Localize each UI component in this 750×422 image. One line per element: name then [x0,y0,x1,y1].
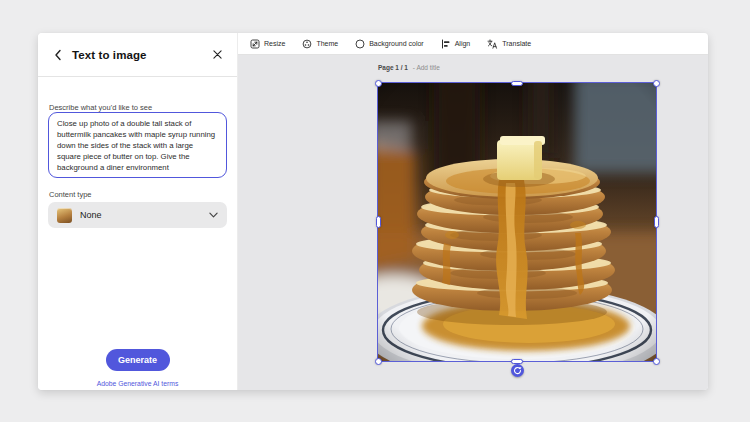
close-icon [213,50,222,59]
prompt-label: Describe what you'd like to see [49,103,152,112]
resize-handle-bottom-right[interactable] [653,358,660,365]
resize-handle-right[interactable] [654,216,659,228]
panel-title: Text to image [72,49,210,61]
toolbar-background-color-label: Background color [369,40,423,47]
editor-area: Resize Theme Background color [237,33,708,390]
resize-handle-bottom-left[interactable] [375,358,382,365]
toolbar-align-label: Align [455,40,471,47]
rotate-icon [513,366,522,375]
resize-icon [250,39,260,49]
prompt-input[interactable]: Close up photo of a double tall stack of… [48,112,227,178]
background-color-icon [355,39,365,49]
resize-handle-top[interactable] [511,81,523,86]
panel-header: Text to image [38,33,237,77]
content-type-dropdown[interactable]: None [48,202,227,228]
text-to-image-panel: Text to image Describe what you'd like t… [38,33,237,390]
back-button[interactable] [51,48,65,62]
generative-ai-terms-link[interactable]: Adobe Generative AI terms [38,380,237,387]
theme-icon [302,39,312,49]
translate-icon [487,39,498,49]
toolbar-background-color[interactable]: Background color [355,39,423,49]
chevron-down-icon [209,212,218,218]
document-toolbar: Resize Theme Background color [238,33,708,55]
page-number: Page 1 / 1 [378,64,408,71]
add-title-button[interactable]: - Add title [413,64,440,71]
toolbar-theme[interactable]: Theme [302,39,338,49]
toolbar-align[interactable]: Align [441,39,471,49]
content-type-value: None [80,210,209,220]
toolbar-theme-label: Theme [316,40,338,47]
app-background: Text to image Describe what you'd like t… [0,0,750,422]
resize-handle-left[interactable] [376,216,381,228]
toolbar-translate-label: Translate [502,40,531,47]
generate-button[interactable]: Generate [106,349,170,371]
selected-generated-image[interactable] [378,83,656,361]
pancake-image [378,83,656,361]
resize-handle-top-right[interactable] [653,80,660,87]
rotate-handle[interactable] [511,364,524,377]
chevron-left-icon [54,49,62,61]
align-icon [441,39,451,49]
close-button[interactable] [210,48,224,62]
resize-handle-top-left[interactable] [375,80,382,87]
content-type-thumbnail-icon [57,208,72,223]
toolbar-translate[interactable]: Translate [487,39,531,49]
toolbar-resize-label: Resize [264,40,285,47]
canvas-area: Page 1 / 1 - Add title [238,55,708,390]
app-window: Text to image Describe what you'd like t… [38,33,708,390]
page-label: Page 1 / 1 - Add title [378,64,440,71]
resize-handle-bottom[interactable] [511,359,523,364]
content-type-label: Content type [49,190,92,199]
toolbar-resize[interactable]: Resize [250,39,285,49]
